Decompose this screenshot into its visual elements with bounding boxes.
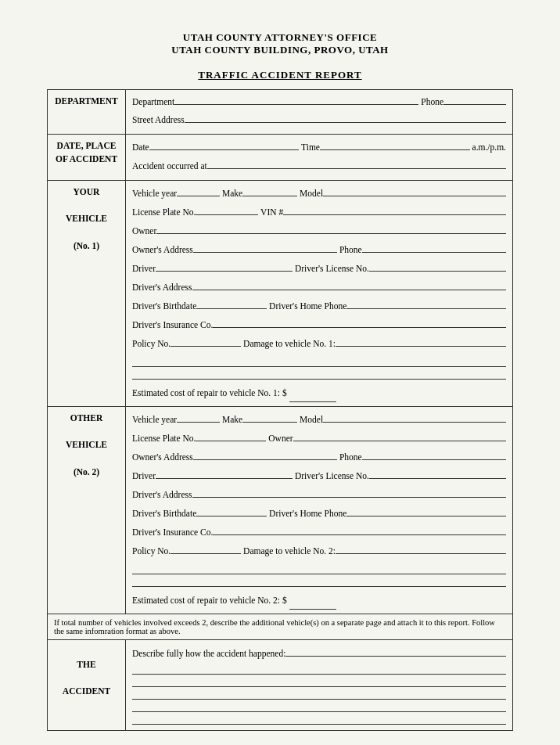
veh1-plate[interactable] [196, 204, 258, 215]
veh2-line2: License Plate No. Owner [132, 430, 506, 448]
veh2-driver[interactable] [156, 468, 293, 479]
your-vehicle-content: Vehicle year Make Model License Plate No… [126, 180, 513, 406]
your-vehicle-row: YOUR VEHICLE (No. 1) Vehicle year Make M… [48, 180, 513, 406]
veh2-insurance[interactable] [213, 524, 506, 535]
veh2-home-phone[interactable] [346, 506, 506, 516]
veh1-insurance[interactable] [213, 317, 506, 328]
veh2-damage-line1[interactable] [132, 563, 506, 574]
accident-line3[interactable] [132, 689, 506, 700]
ampm-label: a.m./p.m. [470, 139, 506, 157]
veh1-line1: Vehicle year Make Model [132, 185, 506, 203]
department-content: Department Phone Street Address [126, 90, 513, 135]
dept-address-label: Street Address [132, 112, 185, 129]
veh1-driver[interactable] [156, 261, 293, 272]
veh1-owner-address[interactable] [193, 242, 337, 253]
time-input[interactable] [320, 139, 470, 150]
veh2-make[interactable] [242, 412, 297, 423]
veh2-line7: Driver's Insurance Co. [132, 524, 506, 542]
veh1-policy[interactable] [171, 336, 241, 347]
report-title: TRAFFIC ACCIDENT REPORT [47, 69, 513, 81]
accident-line5[interactable] [132, 714, 506, 725]
dept-field1-input[interactable] [174, 94, 418, 105]
other-vehicle-label: OTHER VEHICLE (No. 2) [48, 406, 126, 614]
date-place-label: DATE, PLACE OF ACCIDENT [48, 134, 126, 180]
veh1-make[interactable] [242, 185, 297, 196]
veh1-license[interactable] [369, 261, 506, 272]
veh2-damage-lines [132, 563, 506, 587]
veh1-damage[interactable] [336, 336, 506, 347]
dept-line1: Department Phone [132, 94, 506, 111]
department-row: DEPARTMENT Department Phone Street Addre… [48, 90, 513, 135]
veh1-year[interactable] [177, 185, 220, 196]
main-table: DEPARTMENT Department Phone Street Addre… [47, 89, 513, 731]
date-line1: Date Time a.m./p.m. [132, 139, 506, 157]
header-line1: UTAH COUNTY ATTORNEY'S OFFICE [47, 31, 513, 44]
accident-label: THE ACCIDENT [48, 639, 126, 730]
veh2-model[interactable] [323, 412, 506, 423]
accident-line2[interactable] [132, 676, 506, 687]
page: UTAH COUNTY ATTORNEY'S OFFICE UTAH COUNT… [0, 0, 560, 745]
veh2-estimate-line: Estimated cost of repair to vehicle No. … [132, 592, 506, 610]
dept-field1-label: Department [132, 94, 174, 111]
date-line2: Accident occurred at [132, 157, 506, 175]
veh2-year[interactable] [177, 412, 220, 423]
veh1-line7: Driver's Birthdate Driver's Home Phone [132, 297, 506, 315]
veh1-line3: Owner [132, 222, 506, 240]
date-input[interactable] [149, 139, 300, 150]
veh1-damage-line2[interactable] [132, 369, 506, 380]
accident-describe-line: Describe fully how the accident happened… [132, 644, 506, 663]
other-vehicle-content: Vehicle year Make Model License Plate No… [126, 406, 513, 614]
veh2-policy[interactable] [171, 543, 241, 554]
dept-phone-input[interactable] [443, 94, 506, 105]
header-line2: UTAH COUNTY BUILDING, PROVO, UTAH [47, 44, 513, 56]
veh2-license[interactable] [369, 468, 506, 479]
veh2-damage-line2[interactable] [132, 576, 506, 587]
department-label: DEPARTMENT [48, 90, 126, 135]
veh2-damage[interactable] [336, 543, 506, 554]
veh1-damage-lines [132, 356, 506, 380]
veh1-line2: License Plate No. VIN # [132, 203, 506, 221]
date-label: Date [132, 139, 149, 157]
accident-line1[interactable] [132, 664, 506, 675]
veh2-driver-address[interactable] [192, 487, 507, 498]
note-row: If total number of vehicles involved exc… [48, 614, 513, 639]
accident-row: THE ACCIDENT Describe fully how the acci… [48, 639, 513, 730]
veh1-vin[interactable] [283, 204, 506, 215]
veh1-line6: Driver's Address [132, 279, 506, 297]
veh1-estimate-line: Estimated cost of repair to vehicle No. … [132, 384, 506, 402]
date-place-row: DATE, PLACE OF ACCIDENT Date Time a.m./p… [48, 134, 513, 180]
veh1-line9: Policy No. Damage to vehicle No. 1: [132, 335, 506, 353]
veh2-birthdate[interactable] [196, 506, 267, 516]
veh1-line8: Driver's Insurance Co. [132, 316, 506, 334]
veh2-plate[interactable] [196, 430, 266, 441]
veh2-owner-address[interactable] [193, 449, 337, 460]
veh2-owner-phone[interactable] [362, 449, 506, 460]
veh1-birthdate[interactable] [196, 298, 267, 309]
veh1-owner[interactable] [156, 223, 506, 234]
dept-line2: Street Address [132, 112, 506, 129]
note-text: If total number of vehicles involved exc… [48, 614, 513, 639]
other-vehicle-row: OTHER VEHICLE (No. 2) Vehicle year Make … [48, 406, 513, 614]
veh2-line1: Vehicle year Make Model [132, 411, 506, 429]
time-label: Time [299, 139, 320, 157]
accident-content: Describe fully how the accident happened… [126, 639, 513, 730]
veh1-estimate[interactable] [289, 391, 336, 402]
veh1-damage-line1[interactable] [132, 356, 506, 367]
veh2-line6: Driver's Birthdate Driver's Home Phone [132, 505, 506, 523]
accident-describe-input[interactable] [285, 646, 506, 657]
veh2-line3: Owner's Address Phone [132, 448, 506, 466]
dept-address-input[interactable] [185, 112, 506, 123]
veh1-home-phone[interactable] [346, 298, 506, 309]
veh1-line5: Driver Driver's License No. [132, 260, 506, 278]
veh1-owner-phone[interactable] [362, 242, 506, 253]
veh2-line8: Policy No. Damage to vehicle No. 2: [132, 542, 506, 560]
date-place-content: Date Time a.m./p.m. Accident occurred at [126, 134, 513, 180]
header: UTAH COUNTY ATTORNEY'S OFFICE UTAH COUNT… [47, 31, 513, 56]
accident-describe-label: Describe fully how the accident happened… [132, 644, 285, 663]
accident-line4[interactable] [132, 701, 506, 712]
veh2-estimate[interactable] [289, 599, 336, 610]
veh1-driver-address[interactable] [192, 279, 507, 290]
veh1-model[interactable] [323, 185, 506, 196]
veh2-owner[interactable] [293, 430, 506, 441]
occurred-input[interactable] [207, 158, 506, 169]
